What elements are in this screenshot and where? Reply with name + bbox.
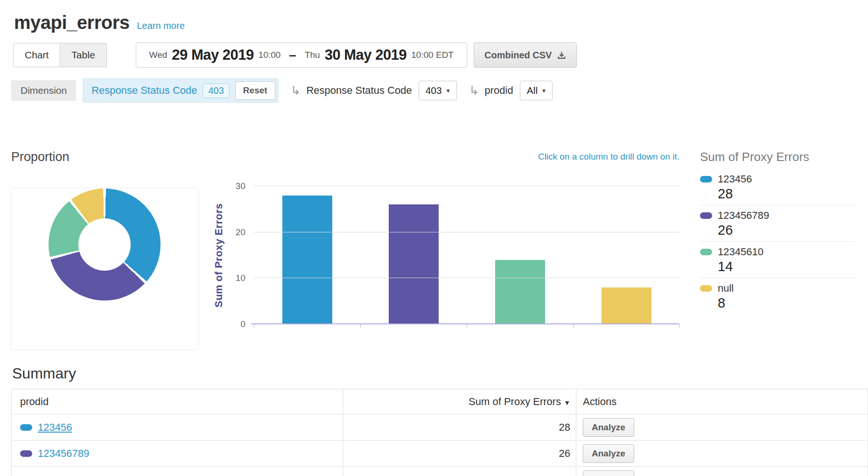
analyze-button[interactable]: Analyze <box>583 418 634 437</box>
legend-series-name: null <box>718 282 734 294</box>
summary-table: prodid Sum of Proxy Errors▼ Actions 1234… <box>11 389 868 476</box>
drilldown-hint: Click on a column to drill down on it. <box>213 152 679 162</box>
chart-tab[interactable]: Chart <box>13 43 60 67</box>
csv-button-label: Combined CSV <box>484 50 552 61</box>
table-row: 12345678926Analyze <box>12 441 868 467</box>
start-time-label: 10:00 <box>259 50 281 60</box>
drilldown-arrow-icon: ↳ <box>291 84 301 98</box>
row-value: 14 <box>343 467 576 476</box>
filter-chip-value: 403 <box>203 84 229 98</box>
legend-title: Sum of Proxy Errors <box>700 150 854 164</box>
status-code-dropdown[interactable]: 403 ▾ <box>419 81 457 100</box>
date-range-picker[interactable]: Wed 29 May 2019 10:00 – Thu 30 May 2019 … <box>136 42 467 68</box>
x-axis-tick <box>254 324 254 328</box>
bar-chart-panel: Click on a column to drill down on it. S… <box>213 150 679 349</box>
prodid-dropdown[interactable]: All ▾ <box>520 81 553 100</box>
bar-slot <box>254 186 360 324</box>
gridline <box>254 278 679 278</box>
filters-row: Dimension Response Status Code 403 Reset… <box>11 80 868 101</box>
reset-button[interactable]: Reset <box>235 81 275 100</box>
prodid-link[interactable]: 123456789 <box>38 448 89 459</box>
summary-title: Summary <box>12 365 868 382</box>
end-date-label: 30 May 2019 <box>325 47 406 63</box>
legend-series-name: 123456 <box>718 173 752 185</box>
legend-entries: 12345628123456789261234561014null8 <box>700 169 854 314</box>
bar-plot <box>254 186 679 324</box>
bar-slot <box>467 186 573 324</box>
y-tick-label: 20 <box>236 227 245 238</box>
legend-swatch <box>700 176 712 182</box>
bar-column[interactable] <box>495 260 545 324</box>
legend-series-value: 14 <box>718 259 854 274</box>
analyze-button[interactable]: Analyze <box>583 444 634 463</box>
proportion-panel: Proportion <box>11 150 198 349</box>
x-axis-line <box>251 323 679 324</box>
x-axis-tick <box>360 324 361 328</box>
row-swatch <box>20 450 32 457</box>
row-swatch <box>20 424 32 431</box>
view-toggle: Chart Table <box>13 43 107 67</box>
chevron-down-icon: ▾ <box>542 87 546 94</box>
row-value: 28 <box>343 414 576 441</box>
donut-chart[interactable] <box>49 189 161 301</box>
page-title: myapi_errors <box>14 12 129 33</box>
status-code-drilldown-label: Response Status Code <box>306 84 412 97</box>
legend-entry: null8 <box>700 278 854 314</box>
gridline <box>254 232 679 232</box>
legend-entry: 12345678926 <box>700 205 854 242</box>
chevron-down-icon: ▾ <box>447 87 450 94</box>
legend-swatch <box>700 285 712 292</box>
prodid-link[interactable]: 12345610 <box>38 474 84 476</box>
status-code-dropdown-value: 403 <box>426 85 442 96</box>
row-value: 26 <box>343 441 576 467</box>
table-row: 12345628Analyze <box>12 414 868 441</box>
active-filter-chip[interactable]: Response Status Code 403 Reset <box>83 78 278 103</box>
prodid-link[interactable]: 123456 <box>38 421 72 433</box>
charts-section: Proportion Click on a column to drill do… <box>0 150 868 349</box>
toolbar: Chart Table Wed 29 May 2019 10:00 – Thu … <box>13 42 868 68</box>
bar-column[interactable] <box>389 204 439 324</box>
drilldown-arrow-icon: ↳ <box>469 84 479 98</box>
chart-legend: Sum of Proxy Errors 12345628123456789261… <box>700 150 854 349</box>
combined-csv-button[interactable]: Combined CSV <box>474 42 577 68</box>
legend-series-name: 123456789 <box>718 210 769 222</box>
learn-more-link[interactable]: Learn more <box>137 21 184 31</box>
prodid-dropdown-value: All <box>527 85 538 96</box>
legend-series-value: 8 <box>718 295 854 311</box>
table-tab[interactable]: Table <box>60 43 106 67</box>
bar-slot <box>360 186 467 324</box>
x-axis-tick <box>679 324 680 328</box>
legend-series-name: 12345610 <box>718 246 763 258</box>
y-tick-label: 10 <box>236 273 245 283</box>
legend-series-value: 26 <box>718 223 854 238</box>
legend-swatch <box>700 212 712 219</box>
bar-chart: Sum of Proxy Errors 0102030 <box>213 186 679 324</box>
column-header-actions: Actions <box>576 389 868 414</box>
end-time-label: 10:00 EDT <box>411 50 454 60</box>
legend-entry: 1234561014 <box>700 242 854 278</box>
prodid-drilldown-label: prodid <box>485 84 513 97</box>
page-header: myapi_errors Learn more <box>0 0 868 33</box>
column-header-prodid[interactable]: prodid <box>12 389 343 414</box>
column-header-sum-label: Sum of Proxy Errors <box>469 396 561 407</box>
legend-series-value: 28 <box>718 186 854 202</box>
date-range-separator: – <box>289 48 296 63</box>
filter-chip-label: Response Status Code <box>91 84 197 97</box>
x-axis-tick <box>467 324 467 328</box>
y-tick-label: 0 <box>240 319 245 329</box>
dimension-label: Dimension <box>11 80 76 101</box>
end-day-label: Thu <box>305 50 320 60</box>
analyze-button[interactable]: Analyze <box>583 470 634 476</box>
y-axis-ticks: 0102030 <box>226 186 245 324</box>
bar-column[interactable] <box>282 196 332 324</box>
table-row: 1234561014Analyze <box>12 467 868 476</box>
sort-desc-icon: ▼ <box>564 399 570 406</box>
bar-slot <box>573 186 679 324</box>
start-day-label: Wed <box>149 50 168 60</box>
column-header-sum[interactable]: Sum of Proxy Errors▼ <box>343 389 576 414</box>
x-axis-tick <box>573 324 574 328</box>
summary-table-body: 12345628Analyze12345678926Analyze1234561… <box>12 414 868 476</box>
bar-column[interactable] <box>602 287 651 324</box>
start-date-label: 29 May 2019 <box>172 47 253 63</box>
download-icon <box>557 51 566 60</box>
